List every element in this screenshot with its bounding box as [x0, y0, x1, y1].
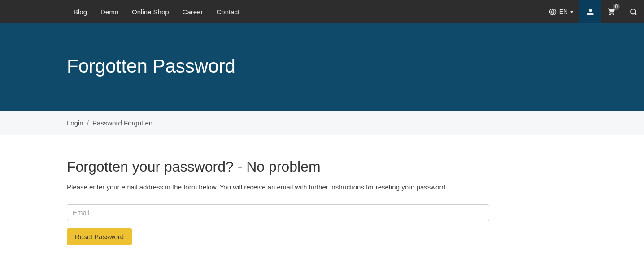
nav-right: EN ▼ 0: [544, 0, 644, 23]
language-label: EN: [559, 8, 568, 15]
user-icon: [587, 8, 594, 16]
nav-link-online-shop[interactable]: Online Shop: [125, 0, 176, 23]
breadcrumb-login-link[interactable]: Login: [67, 119, 83, 127]
cart-button[interactable]: 0: [601, 0, 622, 23]
nav-left: Blog Demo Online Shop Career Contact: [0, 0, 246, 23]
svg-line-3: [635, 13, 636, 14]
content-description: Please enter your email address in the f…: [67, 182, 577, 193]
nav-link-career[interactable]: Career: [176, 0, 210, 23]
reset-password-button[interactable]: Reset Password: [67, 228, 132, 245]
search-button[interactable]: [622, 0, 644, 23]
search-icon: [630, 8, 637, 16]
svg-point-2: [631, 9, 635, 14]
top-nav: Blog Demo Online Shop Career Contact EN …: [0, 0, 644, 23]
chevron-down-icon: ▼: [570, 9, 574, 14]
main-content: Forgotten your password? - No problem Pl…: [0, 135, 644, 258]
globe-icon: [549, 8, 557, 16]
user-account-button[interactable]: [579, 0, 601, 23]
breadcrumb-bar: Login / Password Forgotten: [0, 111, 644, 135]
page-title: Forgotten Password: [67, 56, 644, 77]
nav-link-blog[interactable]: Blog: [67, 0, 94, 23]
cart-count-badge: 0: [613, 4, 620, 10]
hero-section: Forgotten Password: [0, 23, 644, 111]
breadcrumb: Login / Password Forgotten: [67, 119, 644, 127]
nav-link-demo[interactable]: Demo: [94, 0, 125, 23]
nav-link-contact[interactable]: Contact: [209, 0, 246, 23]
content-title: Forgotten your password? - No problem: [67, 159, 577, 175]
email-field[interactable]: [67, 204, 489, 221]
language-selector[interactable]: EN ▼: [544, 0, 579, 23]
breadcrumb-current: Password Forgotten: [92, 119, 152, 127]
breadcrumb-separator: /: [87, 119, 89, 127]
